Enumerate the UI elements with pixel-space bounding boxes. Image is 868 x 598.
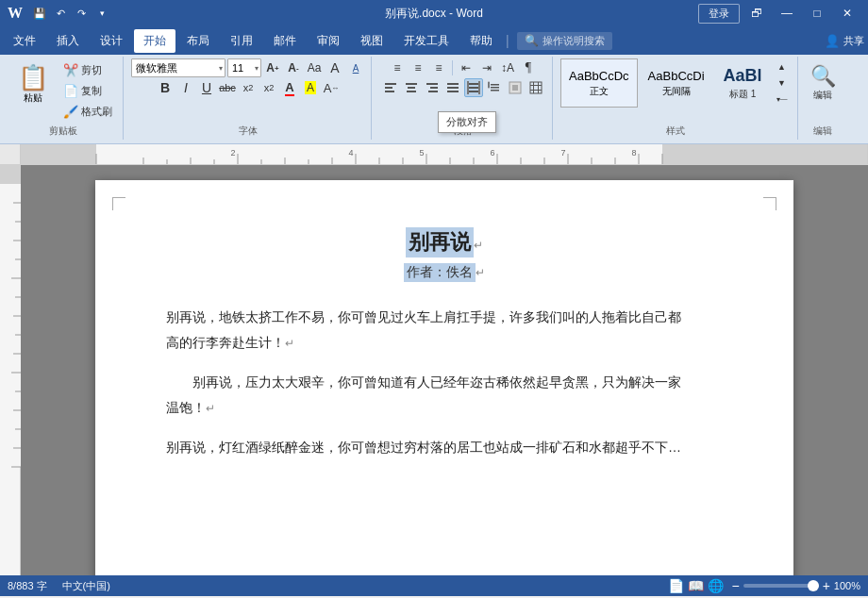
- svg-rect-15: [467, 81, 469, 94]
- style-normal-btn[interactable]: AaBbCcDc 正文: [560, 58, 638, 108]
- window-restore-icon[interactable]: 🗗: [743, 4, 770, 23]
- para-mark-1: ↵: [285, 337, 294, 350]
- menu-file[interactable]: 文件: [4, 29, 45, 53]
- align-right-btn[interactable]: [423, 78, 442, 97]
- indent-more-btn[interactable]: ⇥: [477, 58, 496, 77]
- menu-references[interactable]: 引用: [221, 29, 262, 53]
- corner-mark-tl: [112, 197, 125, 210]
- show-marks-btn[interactable]: ¶: [519, 58, 538, 77]
- indent-less-btn[interactable]: ⇤: [457, 58, 476, 77]
- bullet-list-btn[interactable]: ≡: [388, 58, 407, 77]
- copy-button[interactable]: 📄 复制: [58, 81, 117, 101]
- menu-bar: 文件 插入 设计 开始 布局 引用 邮件 审阅 视图 开发工具 帮助 | 🔍 操…: [0, 26, 868, 55]
- font-size-selector[interactable]: 11 ▾: [227, 58, 261, 77]
- style-scroll-btns: ▲ ▼ ▾—: [773, 58, 792, 108]
- window-minimize-btn[interactable]: —: [774, 4, 800, 23]
- menu-insert[interactable]: 插入: [47, 29, 89, 53]
- line-spacing-btn[interactable]: [485, 78, 504, 97]
- bold-btn[interactable]: B: [156, 78, 175, 97]
- doc-scroll-area[interactable]: 别再说↵ 作者：佚名↵ 别再说，地铁太挤工作不易，你可曾见过火车上肩扛手提，许多…: [21, 165, 868, 575]
- style-nospace-btn[interactable]: AaBbCcDi 无间隔: [640, 58, 713, 108]
- paste-button[interactable]: 📋 粘贴: [9, 58, 57, 111]
- find-replace-btn[interactable]: 🔍 编辑: [806, 58, 841, 108]
- style-scroll-up-btn[interactable]: ▲: [773, 58, 792, 75]
- border-btn[interactable]: [526, 78, 545, 97]
- align-center-btn[interactable]: [402, 78, 421, 97]
- quick-more-btn[interactable]: ▾: [92, 4, 111, 23]
- cursor-author: ↵: [476, 266, 485, 279]
- share-btn[interactable]: 👤 共享: [825, 34, 864, 48]
- undo-btn[interactable]: ↶: [51, 4, 70, 23]
- zoom-out-btn[interactable]: −: [731, 579, 739, 592]
- cut-button[interactable]: ✂️ 剪切: [58, 60, 117, 80]
- style-normal-preview: AaBbCcDc: [569, 69, 629, 83]
- ruler-corner: [0, 144, 21, 164]
- zoom-thumb: [808, 580, 819, 591]
- view-modes: 📄 📖 🌐: [668, 578, 724, 593]
- subscript-btn[interactable]: x2: [239, 78, 258, 97]
- share-icon: 👤: [825, 34, 840, 48]
- shading-btn[interactable]: [506, 78, 525, 97]
- cut-label: 剪切: [81, 63, 102, 77]
- underline-btn[interactable]: U: [197, 78, 216, 97]
- line-spacing-icon: [488, 81, 501, 94]
- multilevel-list-btn[interactable]: ≡: [429, 58, 448, 77]
- status-left: 8/883 字 中文(中国): [8, 579, 110, 593]
- font-shrink-btn[interactable]: A-: [284, 58, 303, 77]
- distribute-align-btn[interactable]: [464, 78, 483, 97]
- search-icon: 🔍: [525, 34, 539, 47]
- window-maximize-btn[interactable]: □: [804, 4, 830, 23]
- svg-rect-8: [428, 91, 438, 92]
- font-grow-btn[interactable]: A+: [263, 58, 282, 77]
- format-painter-button[interactable]: 🖌️ 格式刷: [58, 102, 117, 122]
- menu-design[interactable]: 设计: [91, 29, 132, 53]
- align-left-btn[interactable]: [381, 78, 400, 97]
- style-more-btn[interactable]: ▾—: [773, 91, 792, 108]
- style-heading1-btn[interactable]: AaBl 标题 1: [715, 58, 771, 108]
- italic-btn[interactable]: I: [176, 78, 195, 97]
- window-close-btn[interactable]: ✕: [834, 4, 860, 23]
- search-box[interactable]: 🔍 操作说明搜索: [517, 32, 612, 50]
- menu-layout[interactable]: 布局: [177, 29, 219, 53]
- font-name-selector[interactable]: 微软雅黑 ▾: [131, 58, 225, 77]
- svg-rect-25: [533, 82, 534, 93]
- superscript-btn[interactable]: x2: [259, 78, 278, 97]
- svg-rect-7: [430, 87, 438, 89]
- svg-rect-19: [491, 90, 499, 91]
- char-spacing-btn[interactable]: A↔: [322, 78, 341, 97]
- menu-mail[interactable]: 邮件: [264, 29, 306, 53]
- menu-developer[interactable]: 开发工具: [394, 29, 459, 53]
- numbered-list-btn[interactable]: ≡: [409, 58, 427, 77]
- svg-rect-63: [0, 184, 21, 467]
- svg-rect-23: [512, 85, 518, 91]
- para-3: 别再说，压力太大艰辛，你可曾知道有人已经年迩古稀依然起早贪黑，只为解决一家: [166, 370, 723, 395]
- svg-rect-17: [491, 84, 499, 86]
- redo-btn[interactable]: ↷: [72, 4, 91, 23]
- page-info: 8/883 字: [8, 579, 47, 593]
- font-case-btn[interactable]: Aa: [305, 58, 324, 77]
- view-web-btn[interactable]: 🌐: [708, 578, 724, 593]
- svg-rect-4: [408, 87, 415, 89]
- sort-btn[interactable]: ↕A: [498, 58, 517, 77]
- strikethrough-btn[interactable]: abc: [218, 78, 237, 97]
- clear-format-btn[interactable]: A: [326, 58, 344, 77]
- title-bar-left: W 💾 ↶ ↷ ▾: [8, 4, 111, 23]
- svg-text:6: 6: [490, 148, 494, 158]
- zoom-in-btn[interactable]: +: [823, 579, 830, 592]
- menu-home[interactable]: 开始: [134, 29, 175, 53]
- font-row1: 微软雅黑 ▾ 11 ▾ A+ A- Aa A A: [131, 58, 365, 77]
- view-read-btn[interactable]: 📖: [688, 578, 704, 593]
- highlight-color-btn[interactable]: A: [301, 78, 320, 97]
- numbered-list-icon: ≡: [414, 61, 421, 75]
- zoom-slider[interactable]: [743, 584, 819, 588]
- login-button[interactable]: 登录: [698, 4, 740, 24]
- font-color-btn[interactable]: A: [280, 78, 299, 97]
- text-effect-btn[interactable]: A: [346, 58, 365, 77]
- style-scroll-down-btn[interactable]: ▼: [773, 75, 792, 91]
- menu-help[interactable]: 帮助: [460, 29, 502, 53]
- view-print-btn[interactable]: 📄: [668, 578, 684, 593]
- menu-view[interactable]: 视图: [351, 29, 392, 53]
- save-btn[interactable]: 💾: [30, 4, 49, 23]
- justify-btn[interactable]: [443, 78, 462, 97]
- menu-review[interactable]: 审阅: [308, 29, 349, 53]
